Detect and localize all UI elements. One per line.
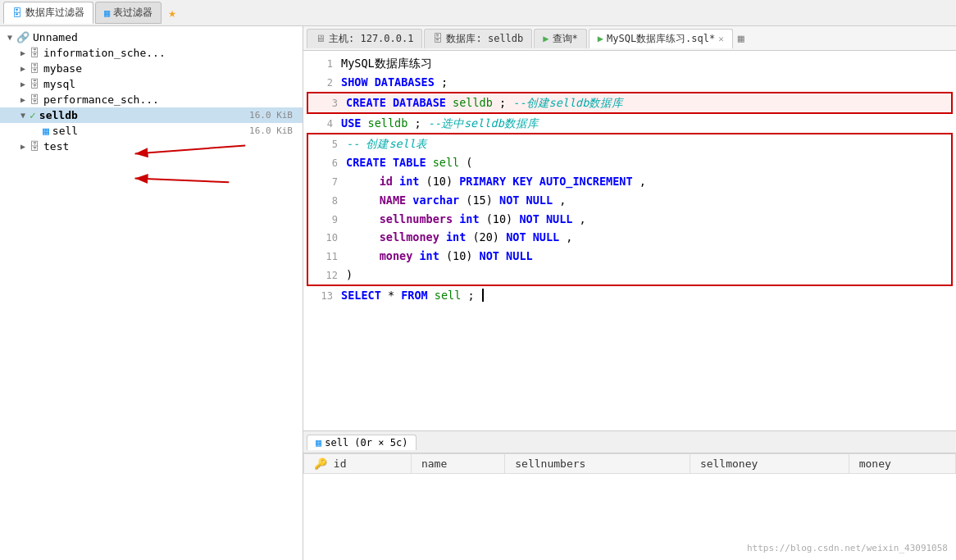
code-line-13: 13 SELECT * FROM sell ; — [303, 286, 956, 305]
code-line-2: 2 SHOW DATABASES ; — [303, 73, 956, 92]
col-money: money — [849, 454, 955, 474]
result-tab-sell[interactable]: ▦ sell (0r × 5c) — [307, 435, 417, 450]
col-sellmoney: sellmoney — [690, 454, 849, 474]
more-tabs-icon[interactable]: ▦ — [738, 32, 744, 44]
db-filter-tab[interactable]: 🗄 数据库过滤器 — [3, 2, 93, 24]
table-filter-label: 表过滤器 — [113, 6, 153, 20]
sidebar-tree: ▼ 🔗 Unnamed ▶ 🗄 information_sche... ▶ 🗄 … — [0, 26, 303, 560]
result-tab-icon: ▦ — [316, 437, 321, 448]
star-icon[interactable]: ★ — [168, 5, 176, 20]
editor-area[interactable]: 1 MySQL数据库练习 2 SHOW DATABASES ; — [303, 51, 956, 430]
result-tab-label: sell (0r × 5c) — [325, 437, 407, 448]
tree-label-sell: sell — [52, 125, 249, 137]
sidebar: ▼ 🔗 Unnamed ▶ 🗄 information_sche... ▶ 🗄 … — [0, 26, 303, 560]
code-line-4: 4 USE selldb ; --选中selldb数据库 — [303, 114, 956, 133]
code-line-10: 10 sellmoney int (20) NOT NULL , — [308, 228, 951, 247]
db-tab[interactable]: 🗄 数据库: selldb — [424, 29, 532, 48]
code-line-5: 5 -- 创建sell表 — [308, 134, 951, 153]
host-icon: 🖥 — [316, 33, 325, 44]
tree-item-sell[interactable]: ▦ sell 16.0 KiB — [0, 123, 303, 139]
table-icon: ▦ — [104, 7, 110, 19]
tree-item-mybase[interactable]: ▶ 🗄 mybase — [0, 61, 303, 76]
result-table: 🔑 id name sellnumbers sellmoney money — [303, 453, 956, 474]
db-item-icon: 🗄 — [30, 47, 40, 59]
expand-icon: ▶ — [16, 142, 30, 151]
expand-icon: ▶ — [16, 95, 30, 104]
play-icon2: ▶ — [598, 33, 603, 44]
tree-root-label: Unnamed — [33, 31, 299, 43]
tree-label-selldb: selldb — [39, 109, 249, 121]
code-line-11: 11 money int (10) NOT NULL — [308, 247, 951, 266]
result-tabs: ▦ sell (0r × 5c) — [303, 430, 956, 453]
code-line-1: 1 MySQL数据库练习 — [303, 54, 956, 73]
host-tab[interactable]: 🖥 主机: 127.0.0.1 — [307, 29, 422, 48]
main-layout: ▼ 🔗 Unnamed ▶ 🗄 information_sche... ▶ 🗄 … — [0, 26, 956, 560]
db-item-icon: 🗄 — [30, 78, 40, 90]
watermark: https://blog.csdn.net/weixin_43091058 — [747, 543, 948, 553]
code-line-8: 8 NAME varchar (15) NOT NULL , — [308, 191, 951, 210]
file-label: MySQL数据库练习.sql* — [607, 32, 715, 46]
tree-item-test[interactable]: ▶ 🗄 test — [0, 139, 303, 154]
tree-item-performance[interactable]: ▶ 🗄 performance_sch... — [0, 92, 303, 107]
tree-item-selldb[interactable]: ▼ ✓ selldb 16.0 KiB — [0, 107, 303, 123]
expand-icon: ▶ — [16, 48, 30, 57]
table-filter-tab[interactable]: ▦ 表过滤器 — [95, 2, 162, 24]
db-item-icon: 🗄 — [30, 93, 40, 106]
key-icon: 🔑 — [314, 458, 327, 470]
col-id: 🔑 id — [304, 454, 412, 474]
table-header-row: 🔑 id name sellnumbers sellmoney money — [304, 454, 956, 474]
table-item-icon: ▦ — [43, 125, 49, 137]
code-line-9: 9 sellnumbers int (10) NOT NULL , — [308, 210, 951, 229]
root-icon: 🔗 — [16, 31, 30, 43]
check-icon: ✓ — [30, 109, 36, 121]
tree-item-mysql[interactable]: ▶ 🗄 mysql — [0, 76, 303, 92]
tree-label-mysql: mysql — [43, 78, 299, 90]
file-tab[interactable]: ▶ MySQL数据库练习.sql* ✕ — [589, 29, 733, 48]
query-tab[interactable]: ▶ 查询* — [534, 29, 586, 48]
code-line-3: 3 CREATE DATABASE selldb ; --创建selldb数据库 — [307, 92, 953, 114]
db-item-icon: 🗄 — [30, 140, 40, 153]
code-block-highlight: 5 -- 创建sell表 6 CREATE TABLE — [307, 133, 953, 287]
editor-wrapper: 1 MySQL数据库练习 2 SHOW DATABASES ; — [303, 51, 956, 430]
content-area: 🖥 主机: 127.0.0.1 🗄 数据库: selldb ▶ 查询* ▶ My… — [303, 26, 956, 560]
code-line-6: 6 CREATE TABLE sell ( — [308, 153, 951, 172]
play-icon: ▶ — [543, 33, 549, 44]
db-icon: 🗄 — [12, 7, 22, 19]
db-tab-label: 数据库: selldb — [446, 32, 523, 46]
code-line-12: 12 ) — [308, 266, 951, 285]
tree-size-sell: 16.0 KiB — [249, 125, 299, 136]
query-label: 查询* — [553, 32, 578, 46]
expand-icon: ▼ — [3, 33, 16, 42]
content-tabs: 🖥 主机: 127.0.0.1 🗄 数据库: selldb ▶ 查询* ▶ My… — [303, 26, 956, 51]
db-tab-icon: 🗄 — [433, 33, 443, 44]
tree-label-mybase: mybase — [43, 62, 299, 75]
col-sellnumbers: sellnumbers — [505, 454, 690, 474]
code-line-7: 7 id int (10) PRIMARY KEY AUTO_INCREMENT… — [308, 172, 951, 191]
cursor — [482, 289, 490, 302]
top-toolbar: 🗄 数据库过滤器 ▦ 表过滤器 ★ — [0, 0, 956, 26]
tree-root[interactable]: ▼ 🔗 Unnamed — [0, 30, 303, 45]
host-label: 主机: 127.0.0.1 — [329, 32, 413, 46]
db-item-icon: 🗄 — [30, 62, 40, 75]
expand-icon: ▼ — [16, 111, 30, 120]
expand-icon: ▶ — [16, 80, 30, 89]
col-name: name — [411, 454, 504, 474]
db-filter-label: 数据库过滤器 — [25, 6, 84, 20]
close-tab-icon[interactable]: ✕ — [718, 34, 724, 44]
tree-label-performance: performance_sch... — [43, 93, 299, 106]
tree-size-selldb: 16.0 KiB — [249, 110, 299, 121]
tree-label-info: information_sche... — [43, 47, 299, 59]
expand-icon: ▶ — [16, 64, 30, 73]
tree-item-information[interactable]: ▶ 🗄 information_sche... — [0, 45, 303, 61]
tree-label-test: test — [43, 140, 299, 153]
